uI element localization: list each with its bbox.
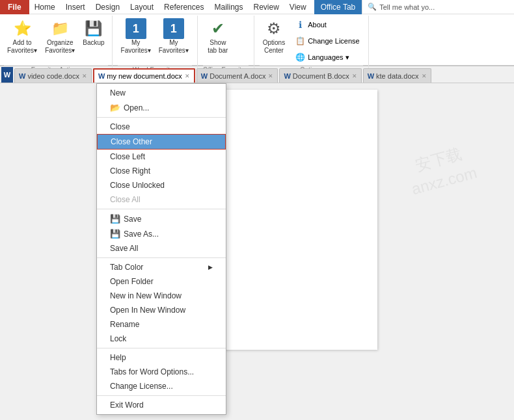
ctx-close-right-label: Close Right	[110, 166, 150, 176]
word-icon-5: W	[368, 72, 374, 80]
ctx-open[interactable]: 📂 Open...	[97, 100, 226, 115]
my-favorites-1-label: MyFavorites▾	[121, 39, 151, 55]
office-tab-btn[interactable]: Office Tab	[314, 0, 362, 14]
ctx-close-all-label: Close All	[110, 195, 141, 204]
ctx-new[interactable]: New	[97, 86, 226, 100]
ctx-save-all-label: Save All	[110, 244, 138, 253]
show-tab-bar-label: Showtab bar	[208, 39, 228, 55]
options-center-label: OptionsCenter	[263, 39, 285, 55]
my-favorites-1-btn[interactable]: 1 MyFavorites▾	[118, 16, 154, 57]
word-icon-3: W	[201, 72, 208, 80]
ctx-save[interactable]: 💾 Save	[97, 211, 226, 226]
design-menu-item[interactable]: Design	[90, 0, 125, 14]
ctx-lock-label: Lock	[110, 334, 126, 343]
ctx-lock[interactable]: Lock	[97, 332, 226, 346]
ctx-change-license-label: Change License...	[110, 382, 173, 391]
office-favorites-group: ✔ Showtab bar Office Favorites	[198, 16, 254, 73]
ctx-tabs-options[interactable]: Tabs for Word Options...	[97, 365, 226, 379]
add-favorites-btn[interactable]: ⭐ Add toFavorites▾	[4, 16, 40, 57]
review-menu-item[interactable]: Review	[248, 0, 284, 14]
my-favorites-2-btn[interactable]: 1 MyFavorites▾	[156, 16, 192, 57]
tab-kte-data[interactable]: W kte data.docx ✕	[363, 68, 431, 83]
ctx-separator-5	[97, 395, 226, 396]
tab-kte-data-label: kte data.docx	[376, 72, 418, 80]
tab-my-document[interactable]: W my new document.docx ✕	[93, 68, 195, 83]
tab-document-b-label: Document B.docx	[293, 72, 349, 80]
ctx-open-folder[interactable]: Open Folder	[97, 274, 226, 289]
home-menu-item[interactable]: Home	[29, 0, 61, 14]
ctx-close-unlocked-label: Close Unlocked	[110, 181, 165, 190]
tab-close-2[interactable]: ✕	[185, 73, 190, 79]
badge-1-icon: 1	[126, 18, 146, 39]
tab-video-code[interactable]: W video code.docx ✕	[14, 68, 92, 83]
tab-bar-icon: W	[1, 67, 13, 83]
options-center-btn[interactable]: ⚙ OptionsCenter	[260, 16, 288, 57]
search-icon: 🔍	[368, 3, 377, 11]
watermark: 安下载anxz.com	[403, 140, 480, 200]
options-group: ⚙ OptionsCenter ℹ About 📋 Change License…	[254, 16, 369, 73]
ctx-help-label: Help	[110, 353, 126, 362]
tab-close-1[interactable]: ✕	[82, 73, 87, 79]
show-tab-bar-btn[interactable]: ✔ Showtab bar	[203, 16, 233, 57]
ctx-new-in-window[interactable]: New in New Window	[97, 289, 226, 303]
tab-close-4[interactable]: ✕	[352, 73, 357, 79]
ctx-save-as-label: Save As...	[124, 230, 159, 239]
ctx-separator-2	[97, 209, 226, 209]
checkmark-icon: ✔	[208, 18, 228, 39]
view-menu-item[interactable]: View	[284, 0, 312, 14]
ctx-open-in-window[interactable]: Open In New Window	[97, 303, 226, 317]
ctx-rename[interactable]: Rename	[97, 317, 226, 332]
save-as-icon: 💾	[110, 229, 120, 239]
ctx-save-all[interactable]: Save All	[97, 241, 226, 256]
layout-menu-item[interactable]: Layout	[125, 0, 159, 14]
ctx-tabs-options-label: Tabs for Word Options...	[110, 367, 194, 376]
submenu-arrow-icon: ▶	[208, 264, 213, 270]
ctx-close[interactable]: Close	[97, 120, 226, 134]
ctx-close-left[interactable]: Close Left	[97, 150, 226, 164]
ctx-separator-3	[97, 257, 226, 258]
languages-btn[interactable]: 🌐 Languages ▾	[291, 49, 363, 65]
insert-menu-item[interactable]: Insert	[61, 0, 90, 14]
my-favorites-2-label: MyFavorites▾	[159, 39, 189, 55]
ribbon: ⭐ Add toFavorites▾ 📁 OrganizeFavorites▾ …	[0, 14, 514, 66]
tab-close-5[interactable]: ✕	[422, 73, 427, 79]
backup-icon: 💾	[83, 18, 104, 39]
ctx-exit-word[interactable]: Exit Word	[97, 398, 226, 412]
tell-me-text: Tell me what yo...	[379, 3, 435, 11]
backup-btn[interactable]: 💾 Backup	[79, 16, 107, 49]
ctx-tab-color[interactable]: Tab Color ▶	[97, 260, 226, 274]
ctx-save-as[interactable]: 💾 Save As...	[97, 226, 226, 241]
gear-icon: ⚙	[264, 18, 284, 39]
about-btn[interactable]: ℹ About	[291, 17, 363, 33]
word-icon-1: W	[19, 72, 25, 80]
ctx-close-other[interactable]: Close Other	[97, 134, 226, 150]
ctx-close-unlocked[interactable]: Close Unlocked	[97, 178, 226, 192]
ctx-tab-color-label: Tab Color	[110, 263, 143, 272]
ctx-separator-1	[97, 117, 226, 118]
tab-video-code-label: video code.docx	[27, 72, 79, 80]
tab-document-a[interactable]: W Document A.docx ✕	[196, 68, 278, 83]
tell-me-input[interactable]: 🔍 Tell me what yo...	[362, 0, 440, 14]
file-menu-btn[interactable]: File	[0, 0, 29, 14]
ctx-close-right[interactable]: Close Right	[97, 164, 226, 178]
change-license-btn[interactable]: 📋 Change License	[291, 33, 363, 49]
references-menu-item[interactable]: References	[159, 0, 209, 14]
badge-2-icon: 1	[163, 18, 184, 39]
languages-label: Languages ▾	[308, 53, 349, 62]
ctx-exit-word-label: Exit Word	[110, 400, 144, 410]
tab-document-b[interactable]: W Document B.docx ✕	[279, 68, 361, 83]
word-favorites-group: 1 MyFavorites▾ 1 MyFavorites▾ Word Favor…	[113, 16, 198, 73]
ctx-close-left-label: Close Left	[110, 152, 145, 161]
organize-favorites-btn[interactable]: 📁 OrganizeFavorites▾	[42, 16, 78, 57]
tab-my-document-label: my new document.docx	[107, 72, 182, 80]
ctx-open-folder-label: Open Folder	[110, 277, 154, 286]
tab-document-a-label: Document A.docx	[210, 72, 265, 80]
star-icon: ⭐	[12, 18, 33, 39]
ctx-close-label: Close	[110, 122, 130, 131]
context-menu: New 📂 Open... Close Close Other Close Le…	[96, 83, 226, 415]
mailings-menu-item[interactable]: Mailings	[209, 0, 248, 14]
ctx-change-license[interactable]: Change License...	[97, 379, 226, 393]
tab-close-3[interactable]: ✕	[268, 73, 273, 79]
info-icon: ℹ	[294, 19, 306, 31]
ctx-help[interactable]: Help	[97, 350, 226, 365]
